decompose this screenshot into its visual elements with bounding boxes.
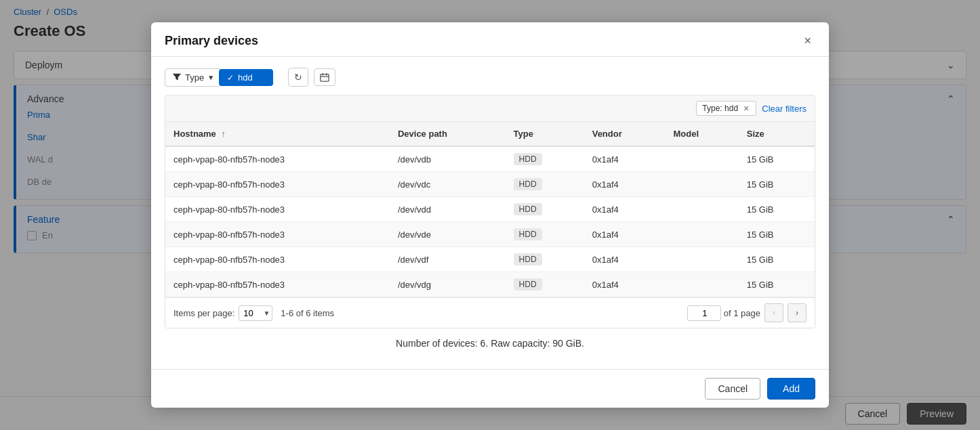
col-type: Type — [506, 122, 584, 146]
next-page-button[interactable]: › — [788, 303, 807, 322]
summary-text: Number of devices: 6. Raw capacity: 90 G… — [396, 338, 584, 349]
sort-icon-hostname: ↑ — [221, 129, 226, 139]
cell-type: HDD — [506, 197, 584, 222]
cell-vendor: 0x1af4 — [584, 172, 666, 197]
cell-size: 15 GiB — [739, 146, 815, 172]
table-row[interactable]: ceph-vpap-80-nfb57h-node3 /dev/vde HDD 0… — [165, 222, 815, 247]
modal-cancel-button[interactable]: Cancel — [705, 378, 760, 400]
type-badge: HDD — [514, 253, 542, 265]
refresh-button[interactable]: ↻ — [288, 68, 308, 87]
primary-devices-modal: Primary devices × Type ▼ ✓ hdd ↻ — [151, 22, 829, 408]
page-number-input[interactable] — [687, 305, 721, 321]
pagination-bar: Items per page: 10 20 50 100 ▼ 1-6 of 6 … — [165, 297, 815, 328]
devices-table: Hostname ↑ Device path Type Vendor Model… — [165, 122, 815, 297]
col-model: Model — [665, 122, 738, 146]
cell-type: HDD — [506, 146, 584, 172]
col-hostname[interactable]: Hostname ↑ — [165, 122, 390, 146]
cell-model — [665, 146, 738, 172]
per-page-wrapper: 10 20 50 100 ▼ — [239, 305, 272, 321]
type-badge: HDD — [514, 178, 542, 190]
table-row[interactable]: ceph-vpap-80-nfb57h-node3 /dev/vdd HDD 0… — [165, 197, 815, 222]
modal-close-button[interactable]: × — [800, 33, 815, 48]
cell-device-path: /dev/vdd — [390, 197, 506, 222]
cell-hostname: ceph-vpap-80-nfb57h-node3 — [165, 197, 390, 222]
modal-title: Primary devices — [165, 34, 258, 48]
type-badge: HDD — [514, 203, 542, 215]
cell-vendor: 0x1af4 — [584, 146, 666, 172]
table-row[interactable]: ceph-vpap-80-nfb57h-node3 /dev/vdf HDD 0… — [165, 247, 815, 272]
items-per-page-control: Items per page: 10 20 50 100 ▼ — [173, 305, 272, 321]
table-row[interactable]: ceph-vpap-80-nfb57h-node3 /dev/vdb HDD 0… — [165, 146, 815, 172]
cell-type: HDD — [506, 222, 584, 247]
cell-type: HDD — [506, 272, 584, 297]
calendar-icon — [320, 72, 329, 82]
cell-type: HDD — [506, 172, 584, 197]
cell-device-path: /dev/vdg — [390, 272, 506, 297]
svg-rect-0 — [321, 74, 329, 82]
table-row[interactable]: ceph-vpap-80-nfb57h-node3 /dev/vdg HDD 0… — [165, 272, 815, 297]
items-per-page-label: Items per page: — [173, 308, 234, 318]
cell-model — [665, 172, 738, 197]
cell-vendor: 0x1af4 — [584, 272, 666, 297]
table-header-row: Hostname ↑ Device path Type Vendor Model… — [165, 122, 815, 146]
items-count: 1-6 of 6 items — [281, 308, 678, 318]
filter-tag-label: Type: hdd — [702, 104, 738, 113]
modal-header: Primary devices × — [151, 22, 829, 57]
cell-vendor: 0x1af4 — [584, 197, 666, 222]
modal-overlay: Primary devices × Type ▼ ✓ hdd ↻ — [0, 0, 980, 430]
cell-model — [665, 197, 738, 222]
cell-size: 15 GiB — [739, 272, 815, 297]
filter-dropdown[interactable]: ✓ hdd — [219, 69, 273, 86]
modal-add-button[interactable]: Add — [767, 378, 815, 400]
col-device-path: Device path — [390, 122, 506, 146]
clear-filters-button[interactable]: Clear filters — [762, 104, 807, 114]
page-nav: of 1 page ‹ › — [687, 303, 807, 322]
devices-table-container: Hostname ↑ Device path Type Vendor Model… — [165, 122, 815, 328]
cell-hostname: ceph-vpap-80-nfb57h-node3 — [165, 247, 390, 272]
filter-type-button[interactable]: Type ▼ — [165, 68, 222, 87]
cell-hostname: ceph-vpap-80-nfb57h-node3 — [165, 222, 390, 247]
modal-footer: Cancel Add — [151, 369, 829, 408]
type-badge: HDD — [514, 278, 542, 291]
refresh-icon: ↻ — [294, 72, 302, 83]
cell-model — [665, 222, 738, 247]
cell-device-path: /dev/vdb — [390, 146, 506, 172]
cell-vendor: 0x1af4 — [584, 222, 666, 247]
cell-hostname: ceph-vpap-80-nfb57h-node3 — [165, 146, 390, 172]
calendar-button[interactable] — [314, 68, 335, 86]
table-row[interactable]: ceph-vpap-80-nfb57h-node3 /dev/vdc HDD 0… — [165, 172, 815, 197]
devices-summary: Number of devices: 6. Raw capacity: 90 G… — [165, 328, 815, 358]
type-badge: HDD — [514, 153, 542, 165]
cell-size: 15 GiB — [739, 172, 815, 197]
cell-hostname: ceph-vpap-80-nfb57h-node3 — [165, 272, 390, 297]
cell-type: HDD — [506, 247, 584, 272]
cell-hostname: ceph-vpap-80-nfb57h-node3 — [165, 172, 390, 197]
filter-bar: Type: hdd × Clear filters — [165, 95, 815, 122]
type-badge: HDD — [514, 228, 542, 240]
cell-vendor: 0x1af4 — [584, 247, 666, 272]
table-body: ceph-vpap-80-nfb57h-node3 /dev/vdb HDD 0… — [165, 146, 815, 297]
filter-tag-close-button[interactable]: × — [742, 103, 750, 114]
dropdown-value: hdd — [238, 72, 253, 83]
col-size: Size — [739, 122, 815, 146]
page-of-label: of 1 page — [724, 308, 760, 318]
filter-icon — [172, 72, 182, 82]
cell-device-path: /dev/vdf — [390, 247, 506, 272]
cell-size: 15 GiB — [739, 247, 815, 272]
cell-model — [665, 247, 738, 272]
check-icon: ✓ — [227, 73, 234, 83]
filter-tag-hdd: Type: hdd × — [696, 101, 756, 116]
page-input-wrapper: of 1 page — [687, 305, 760, 321]
cell-device-path: /dev/vdc — [390, 172, 506, 197]
prev-page-button[interactable]: ‹ — [764, 303, 783, 322]
cell-size: 15 GiB — [739, 222, 815, 247]
col-vendor: Vendor — [584, 122, 666, 146]
modal-body: Type ▼ ✓ hdd ↻ Type: hdd × — [151, 57, 829, 369]
cell-model — [665, 272, 738, 297]
cell-device-path: /dev/vde — [390, 222, 506, 247]
per-page-select[interactable]: 10 20 50 100 — [239, 305, 272, 321]
cell-size: 15 GiB — [739, 197, 815, 222]
toolbar: Type ▼ ✓ hdd ↻ — [165, 68, 815, 87]
chevron-down-icon: ▼ — [207, 74, 214, 81]
filter-label: Type — [185, 72, 204, 83]
